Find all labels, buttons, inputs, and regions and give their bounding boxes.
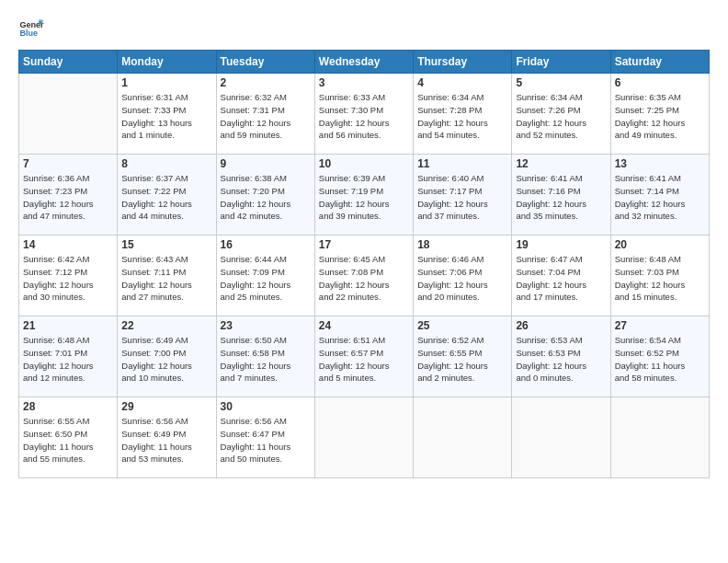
day-number: 2 (221, 76, 311, 89)
week-row-1: 1Sunrise: 6:31 AM Sunset: 7:33 PM Daylig… (19, 74, 710, 155)
day-cell: 20Sunrise: 6:48 AM Sunset: 7:03 PM Dayli… (610, 236, 709, 316)
weekday-header-monday: Monday (118, 51, 216, 74)
day-cell: 22Sunrise: 6:49 AM Sunset: 7:00 PM Dayli… (118, 316, 216, 397)
day-info: Sunrise: 6:56 AM Sunset: 6:47 PM Dayligh… (221, 415, 311, 465)
day-cell (610, 397, 709, 478)
day-number: 28 (23, 400, 113, 413)
day-number: 17 (319, 238, 409, 251)
day-number: 20 (615, 238, 705, 251)
day-info: Sunrise: 6:32 AM Sunset: 7:31 PM Dayligh… (221, 91, 311, 142)
day-info: Sunrise: 6:52 AM Sunset: 6:55 PM Dayligh… (417, 334, 507, 385)
day-cell: 15Sunrise: 6:43 AM Sunset: 7:11 PM Dayli… (118, 236, 216, 316)
day-cell: 1Sunrise: 6:31 AM Sunset: 7:33 PM Daylig… (118, 74, 216, 155)
day-info: Sunrise: 6:44 AM Sunset: 7:09 PM Dayligh… (221, 253, 311, 304)
weekday-header-wednesday: Wednesday (314, 51, 413, 74)
day-number: 7 (23, 157, 113, 170)
day-cell: 23Sunrise: 6:50 AM Sunset: 6:58 PM Dayli… (216, 316, 314, 397)
day-number: 6 (615, 76, 705, 89)
day-cell: 2Sunrise: 6:32 AM Sunset: 7:31 PM Daylig… (216, 74, 314, 155)
day-number: 27 (615, 319, 705, 332)
logo-icon: General Blue (18, 15, 44, 40)
day-number: 24 (319, 319, 409, 332)
day-number: 4 (417, 76, 507, 89)
day-cell: 18Sunrise: 6:46 AM Sunset: 7:06 PM Dayli… (414, 236, 512, 316)
day-info: Sunrise: 6:55 AM Sunset: 6:50 PM Dayligh… (23, 415, 113, 465)
day-info: Sunrise: 6:34 AM Sunset: 7:28 PM Dayligh… (417, 91, 507, 142)
day-number: 29 (121, 400, 211, 413)
weekday-header-thursday: Thursday (414, 51, 512, 74)
day-number: 10 (319, 157, 409, 170)
weekday-header-friday: Friday (512, 51, 610, 74)
day-info: Sunrise: 6:37 AM Sunset: 7:22 PM Dayligh… (121, 172, 211, 223)
day-cell (314, 397, 413, 478)
header: General Blue (18, 15, 710, 40)
day-cell: 6Sunrise: 6:35 AM Sunset: 7:25 PM Daylig… (610, 74, 709, 155)
day-cell: 13Sunrise: 6:41 AM Sunset: 7:14 PM Dayli… (610, 155, 709, 236)
day-number: 1 (121, 76, 211, 89)
day-cell: 21Sunrise: 6:48 AM Sunset: 7:01 PM Dayli… (19, 316, 118, 397)
day-info: Sunrise: 6:50 AM Sunset: 6:58 PM Dayligh… (221, 334, 311, 385)
day-info: Sunrise: 6:53 AM Sunset: 6:53 PM Dayligh… (516, 334, 606, 385)
day-cell: 9Sunrise: 6:38 AM Sunset: 7:20 PM Daylig… (216, 155, 314, 236)
day-number: 26 (516, 319, 606, 332)
weekday-header-tuesday: Tuesday (216, 51, 314, 74)
day-info: Sunrise: 6:56 AM Sunset: 6:49 PM Dayligh… (121, 415, 211, 465)
day-cell: 4Sunrise: 6:34 AM Sunset: 7:28 PM Daylig… (414, 74, 512, 155)
day-number: 5 (516, 76, 606, 89)
day-info: Sunrise: 6:48 AM Sunset: 7:01 PM Dayligh… (23, 334, 113, 385)
week-row-5: 28Sunrise: 6:55 AM Sunset: 6:50 PM Dayli… (19, 397, 710, 478)
day-cell: 19Sunrise: 6:47 AM Sunset: 7:04 PM Dayli… (512, 236, 610, 316)
day-info: Sunrise: 6:54 AM Sunset: 6:52 PM Dayligh… (615, 334, 705, 385)
weekday-header-sunday: Sunday (19, 51, 118, 74)
day-cell: 28Sunrise: 6:55 AM Sunset: 6:50 PM Dayli… (19, 397, 118, 478)
day-info: Sunrise: 6:48 AM Sunset: 7:03 PM Dayligh… (615, 253, 705, 304)
day-number: 9 (221, 157, 311, 170)
day-number: 12 (516, 157, 606, 170)
day-number: 23 (221, 319, 311, 332)
day-cell (512, 397, 610, 478)
day-info: Sunrise: 6:45 AM Sunset: 7:08 PM Dayligh… (319, 253, 409, 304)
day-info: Sunrise: 6:35 AM Sunset: 7:25 PM Dayligh… (615, 91, 705, 142)
day-cell: 29Sunrise: 6:56 AM Sunset: 6:49 PM Dayli… (118, 397, 216, 478)
day-cell: 24Sunrise: 6:51 AM Sunset: 6:57 PM Dayli… (314, 316, 413, 397)
day-number: 14 (23, 238, 113, 251)
calendar-table: SundayMondayTuesdayWednesdayThursdayFrid… (18, 50, 710, 478)
weekday-header-saturday: Saturday (610, 51, 709, 74)
day-info: Sunrise: 6:42 AM Sunset: 7:12 PM Dayligh… (23, 253, 113, 304)
day-cell: 10Sunrise: 6:39 AM Sunset: 7:19 PM Dayli… (314, 155, 413, 236)
day-info: Sunrise: 6:38 AM Sunset: 7:20 PM Dayligh… (221, 172, 311, 223)
day-cell: 17Sunrise: 6:45 AM Sunset: 7:08 PM Dayli… (314, 236, 413, 316)
day-number: 11 (417, 157, 507, 170)
week-row-4: 21Sunrise: 6:48 AM Sunset: 7:01 PM Dayli… (19, 316, 710, 397)
day-info: Sunrise: 6:39 AM Sunset: 7:19 PM Dayligh… (319, 172, 409, 223)
day-number: 16 (221, 238, 311, 251)
day-info: Sunrise: 6:40 AM Sunset: 7:17 PM Dayligh… (417, 172, 507, 223)
day-cell: 30Sunrise: 6:56 AM Sunset: 6:47 PM Dayli… (216, 397, 314, 478)
day-number: 8 (121, 157, 211, 170)
day-number: 13 (615, 157, 705, 170)
day-number: 15 (121, 238, 211, 251)
day-number: 18 (417, 238, 507, 251)
day-info: Sunrise: 6:51 AM Sunset: 6:57 PM Dayligh… (319, 334, 409, 385)
day-cell: 5Sunrise: 6:34 AM Sunset: 7:26 PM Daylig… (512, 74, 610, 155)
day-info: Sunrise: 6:47 AM Sunset: 7:04 PM Dayligh… (516, 253, 606, 304)
day-cell (414, 397, 512, 478)
svg-text:Blue: Blue (19, 29, 38, 38)
day-info: Sunrise: 6:36 AM Sunset: 7:23 PM Dayligh… (23, 172, 113, 223)
day-info: Sunrise: 6:33 AM Sunset: 7:30 PM Dayligh… (319, 91, 409, 142)
day-cell: 26Sunrise: 6:53 AM Sunset: 6:53 PM Dayli… (512, 316, 610, 397)
weekday-header-row: SundayMondayTuesdayWednesdayThursdayFrid… (19, 51, 710, 74)
logo: General Blue (18, 15, 44, 40)
day-cell: 25Sunrise: 6:52 AM Sunset: 6:55 PM Dayli… (414, 316, 512, 397)
day-cell: 8Sunrise: 6:37 AM Sunset: 7:22 PM Daylig… (118, 155, 216, 236)
day-number: 3 (319, 76, 409, 89)
day-cell: 16Sunrise: 6:44 AM Sunset: 7:09 PM Dayli… (216, 236, 314, 316)
day-cell (19, 74, 118, 155)
day-info: Sunrise: 6:41 AM Sunset: 7:14 PM Dayligh… (615, 172, 705, 223)
day-info: Sunrise: 6:43 AM Sunset: 7:11 PM Dayligh… (121, 253, 211, 304)
day-info: Sunrise: 6:49 AM Sunset: 7:00 PM Dayligh… (121, 334, 211, 385)
day-cell: 14Sunrise: 6:42 AM Sunset: 7:12 PM Dayli… (19, 236, 118, 316)
week-row-3: 14Sunrise: 6:42 AM Sunset: 7:12 PM Dayli… (19, 236, 710, 316)
day-number: 21 (23, 319, 113, 332)
day-number: 19 (516, 238, 606, 251)
